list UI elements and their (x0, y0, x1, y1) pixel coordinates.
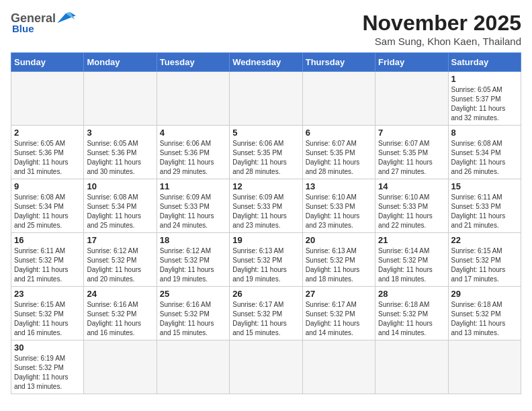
calendar-day-cell (302, 72, 375, 126)
weekday-header: Monday (84, 53, 157, 72)
day-number: 21 (378, 235, 445, 245)
day-number: 4 (160, 128, 226, 138)
calendar-day-cell: 15Sunrise: 6:11 AMSunset: 5:33 PMDayligh… (448, 179, 521, 233)
calendar-day-cell: 29Sunrise: 6:18 AMSunset: 5:32 PMDayligh… (448, 287, 521, 340)
day-info: Sunrise: 6:08 AMSunset: 5:34 PMDaylight:… (451, 139, 518, 177)
day-info: Sunrise: 6:08 AMSunset: 5:34 PMDaylight:… (14, 193, 81, 230)
day-info: Sunrise: 6:10 AMSunset: 5:33 PMDaylight:… (378, 193, 445, 230)
day-info: Sunrise: 6:19 AMSunset: 5:32 PMDaylight:… (14, 354, 81, 392)
day-number: 27 (306, 289, 372, 299)
logo-blue-text: Blue (12, 23, 34, 34)
calendar-week-row: 30Sunrise: 6:19 AMSunset: 5:32 PMDayligh… (11, 340, 521, 394)
calendar-week-row: 16Sunrise: 6:11 AMSunset: 5:32 PMDayligh… (11, 233, 521, 287)
day-info: Sunrise: 6:14 AMSunset: 5:32 PMDaylight:… (378, 246, 445, 284)
location-subtitle: Sam Sung, Khon Kaen, Thailand (362, 36, 521, 47)
calendar-day-cell: 3Sunrise: 6:05 AMSunset: 5:36 PMDaylight… (84, 126, 157, 179)
day-info: Sunrise: 6:05 AMSunset: 5:36 PMDaylight:… (87, 139, 153, 177)
calendar-day-cell: 25Sunrise: 6:16 AMSunset: 5:32 PMDayligh… (157, 287, 229, 340)
day-number: 9 (14, 181, 81, 191)
day-number: 23 (14, 289, 81, 299)
calendar-day-cell: 10Sunrise: 6:08 AMSunset: 5:34 PMDayligh… (84, 179, 157, 233)
day-info: Sunrise: 6:07 AMSunset: 5:35 PMDaylight:… (378, 139, 445, 177)
day-number: 10 (87, 181, 153, 191)
day-number: 13 (306, 181, 372, 191)
calendar-day-cell: 14Sunrise: 6:10 AMSunset: 5:33 PMDayligh… (375, 179, 448, 233)
calendar-day-cell: 26Sunrise: 6:17 AMSunset: 5:32 PMDayligh… (230, 287, 302, 340)
calendar-day-cell: 2Sunrise: 6:05 AMSunset: 5:36 PMDaylight… (11, 126, 84, 179)
calendar-day-cell: 9Sunrise: 6:08 AMSunset: 5:34 PMDaylight… (11, 179, 84, 233)
calendar-day-cell (448, 340, 521, 394)
day-number: 2 (14, 128, 81, 138)
day-number: 14 (378, 181, 445, 191)
day-info: Sunrise: 6:06 AMSunset: 5:35 PMDaylight:… (232, 139, 299, 177)
day-info: Sunrise: 6:17 AMSunset: 5:32 PMDaylight:… (306, 300, 372, 338)
day-info: Sunrise: 6:11 AMSunset: 5:32 PMDaylight:… (14, 246, 81, 284)
calendar-day-cell (302, 340, 375, 394)
day-info: Sunrise: 6:08 AMSunset: 5:34 PMDaylight:… (87, 193, 153, 230)
title-block: November 2025 Sam Sung, Khon Kaen, Thail… (362, 11, 521, 47)
day-number: 25 (160, 289, 226, 299)
day-info: Sunrise: 6:15 AMSunset: 5:32 PMDaylight:… (451, 246, 518, 284)
weekday-header: Tuesday (157, 53, 229, 72)
calendar-day-cell: 30Sunrise: 6:19 AMSunset: 5:32 PMDayligh… (11, 340, 84, 394)
calendar-day-cell (375, 340, 448, 394)
day-number: 15 (451, 181, 518, 191)
calendar-day-cell: 28Sunrise: 6:18 AMSunset: 5:32 PMDayligh… (375, 287, 448, 340)
day-number: 22 (451, 235, 518, 245)
day-info: Sunrise: 6:13 AMSunset: 5:32 PMDaylight:… (306, 246, 372, 284)
calendar-week-row: 2Sunrise: 6:05 AMSunset: 5:36 PMDaylight… (11, 126, 521, 179)
day-number: 16 (14, 235, 81, 245)
day-info: Sunrise: 6:06 AMSunset: 5:36 PMDaylight:… (160, 139, 226, 177)
day-info: Sunrise: 6:05 AMSunset: 5:37 PMDaylight:… (451, 85, 518, 123)
day-number: 12 (232, 181, 299, 191)
day-info: Sunrise: 6:12 AMSunset: 5:32 PMDaylight:… (87, 246, 153, 284)
calendar-day-cell (11, 72, 84, 126)
day-info: Sunrise: 6:18 AMSunset: 5:32 PMDaylight:… (378, 300, 445, 338)
calendar-day-cell: 13Sunrise: 6:10 AMSunset: 5:33 PMDayligh… (302, 179, 375, 233)
calendar-day-cell: 27Sunrise: 6:17 AMSunset: 5:32 PMDayligh… (302, 287, 375, 340)
calendar-day-cell: 18Sunrise: 6:12 AMSunset: 5:32 PMDayligh… (157, 233, 229, 287)
calendar-day-cell: 19Sunrise: 6:13 AMSunset: 5:32 PMDayligh… (230, 233, 302, 287)
calendar-day-cell (230, 340, 302, 394)
day-info: Sunrise: 6:12 AMSunset: 5:32 PMDaylight:… (160, 246, 226, 284)
day-number: 19 (232, 235, 299, 245)
day-number: 20 (306, 235, 372, 245)
day-number: 3 (87, 128, 153, 138)
calendar-day-cell (84, 340, 157, 394)
day-number: 6 (306, 128, 372, 138)
day-info: Sunrise: 6:11 AMSunset: 5:33 PMDaylight:… (451, 193, 518, 230)
day-number: 11 (160, 181, 226, 191)
calendar-day-cell (157, 340, 229, 394)
calendar-table: SundayMondayTuesdayWednesdayThursdayFrid… (11, 52, 521, 394)
calendar-day-cell: 17Sunrise: 6:12 AMSunset: 5:32 PMDayligh… (84, 233, 157, 287)
weekday-header: Thursday (302, 53, 375, 72)
calendar-day-cell: 24Sunrise: 6:16 AMSunset: 5:32 PMDayligh… (84, 287, 157, 340)
page-header: General Blue November 2025 Sam Sung, Kho… (11, 11, 521, 47)
calendar-day-cell: 23Sunrise: 6:15 AMSunset: 5:32 PMDayligh… (11, 287, 84, 340)
calendar-day-cell: 7Sunrise: 6:07 AMSunset: 5:35 PMDaylight… (375, 126, 448, 179)
day-number: 24 (87, 289, 153, 299)
calendar-week-row: 1Sunrise: 6:05 AMSunset: 5:37 PMDaylight… (11, 72, 521, 126)
logo-bird-icon (57, 11, 76, 26)
day-info: Sunrise: 6:15 AMSunset: 5:32 PMDaylight:… (14, 300, 81, 338)
day-number: 29 (451, 289, 518, 299)
calendar-day-cell (375, 72, 448, 126)
calendar-day-cell: 22Sunrise: 6:15 AMSunset: 5:32 PMDayligh… (448, 233, 521, 287)
weekday-header: Wednesday (230, 53, 302, 72)
calendar-header-row: SundayMondayTuesdayWednesdayThursdayFrid… (11, 53, 521, 72)
calendar-week-row: 9Sunrise: 6:08 AMSunset: 5:34 PMDaylight… (11, 179, 521, 233)
weekday-header: Saturday (448, 53, 521, 72)
day-number: 5 (232, 128, 299, 138)
day-info: Sunrise: 6:05 AMSunset: 5:36 PMDaylight:… (14, 139, 81, 177)
calendar-day-cell: 8Sunrise: 6:08 AMSunset: 5:34 PMDaylight… (448, 126, 521, 179)
day-info: Sunrise: 6:18 AMSunset: 5:32 PMDaylight:… (451, 300, 518, 338)
calendar-day-cell: 6Sunrise: 6:07 AMSunset: 5:35 PMDaylight… (302, 126, 375, 179)
day-number: 1 (451, 74, 518, 84)
day-info: Sunrise: 6:07 AMSunset: 5:35 PMDaylight:… (306, 139, 372, 177)
calendar-week-row: 23Sunrise: 6:15 AMSunset: 5:32 PMDayligh… (11, 287, 521, 340)
day-number: 18 (160, 235, 226, 245)
day-info: Sunrise: 6:09 AMSunset: 5:33 PMDaylight:… (160, 193, 226, 230)
day-info: Sunrise: 6:09 AMSunset: 5:33 PMDaylight:… (232, 193, 299, 230)
day-info: Sunrise: 6:13 AMSunset: 5:32 PMDaylight:… (232, 246, 299, 284)
calendar-day-cell: 21Sunrise: 6:14 AMSunset: 5:32 PMDayligh… (375, 233, 448, 287)
